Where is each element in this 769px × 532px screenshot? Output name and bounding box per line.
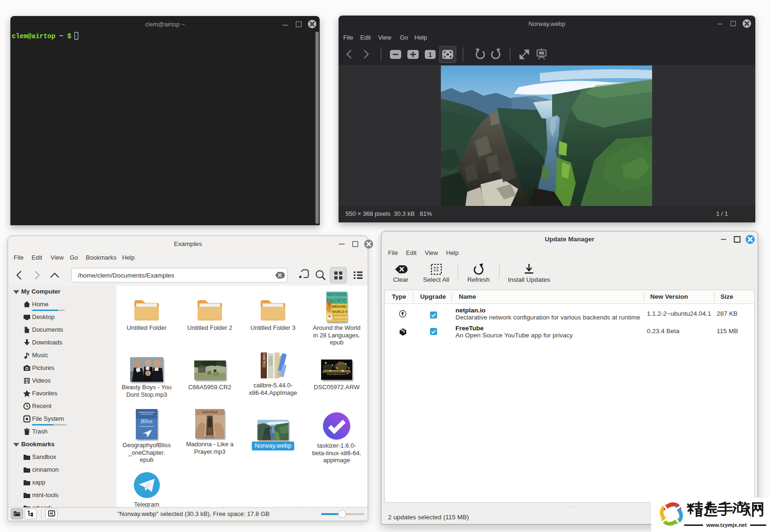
svg-text:AROUND THE: AROUND THE (332, 305, 347, 308)
svg-text:Select All: Select All (423, 276, 449, 283)
svg-text:Clear: Clear (393, 276, 409, 283)
svg-text:INFOGRID: INFOGRID (327, 292, 347, 297)
svg-text:MADONNA: MADONNA (202, 410, 218, 414)
svg-text:LANGUAGES: LANGUAGES (332, 316, 347, 319)
svg-text:Install Updates: Install Updates (508, 276, 550, 283)
svg-text:Bliss: Bliss (141, 417, 152, 425)
svg-text:1: 1 (429, 51, 432, 58)
svg-text:WORLD IN 28: WORLD IN 28 (332, 310, 347, 313)
svg-text:CALIBRE: CALIBRE (263, 352, 266, 367)
svg-text:/home/clem/Documents/Examples: /home/clem/Documents/Examples (78, 272, 174, 279)
svg-text:Refresh: Refresh (467, 276, 489, 283)
